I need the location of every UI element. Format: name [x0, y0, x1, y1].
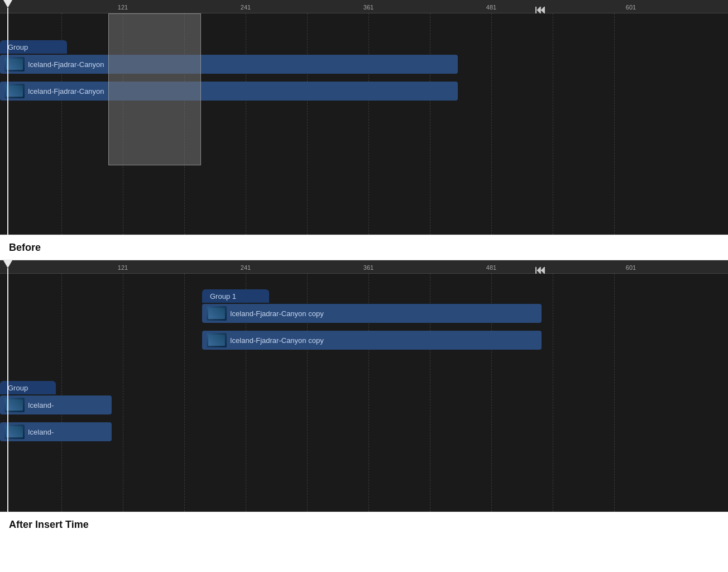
- group2-after-label: Group: [4, 383, 31, 393]
- before-label: Before: [0, 235, 728, 260]
- ruler2-label-241: 241: [241, 264, 251, 271]
- clip3-label-2: Iceland-: [28, 428, 54, 436]
- group1-after: Group 1 Iceland-Fjadrar-Canyon copy Icel…: [202, 289, 544, 350]
- group-label-1: Group: [4, 42, 31, 53]
- clip-after-1[interactable]: Iceland-Fjadrar-Canyon copy: [202, 304, 542, 323]
- dashed2-s5: [553, 274, 553, 512]
- clip3-label-1: Iceland-: [28, 401, 54, 409]
- dashed2-s2: [184, 274, 185, 512]
- clip-after-4[interactable]: Iceland-: [0, 422, 112, 441]
- group-before: Group Iceland-Fjadrar-Canyon Iceland-Fja…: [0, 40, 458, 101]
- ruler2-label-601: 601: [626, 264, 636, 271]
- dashed-line-5: [614, 13, 615, 235]
- clip2-thumb-2: [207, 333, 227, 347]
- clip-before-2[interactable]: Iceland-Fjadrar-Canyon: [0, 82, 458, 101]
- clip2-label-1: Iceland-Fjadrar-Canyon copy: [230, 309, 324, 318]
- ruler2-label-121: 121: [118, 264, 128, 271]
- dashed2-5: [614, 274, 615, 512]
- playhead2-line: [7, 268, 8, 512]
- dashed-line-4: [491, 13, 492, 235]
- dashed2-1: [123, 274, 123, 512]
- ruler-after: 121 241 361 481 601: [0, 260, 728, 274]
- dashed-line-s5: [553, 13, 553, 235]
- clip-after-3[interactable]: Iceland-: [0, 395, 112, 414]
- playhead-head: [3, 0, 12, 8]
- end-marker-before[interactable]: ⏮: [535, 3, 546, 16]
- end-marker-after[interactable]: ⏮: [535, 264, 546, 277]
- selection-box: [108, 13, 201, 165]
- timeline-after: 121 241 361 481 601 ⏮ Group 1 Iceland-Fj…: [0, 260, 728, 512]
- clip-after-2[interactable]: Iceland-Fjadrar-Canyon copy: [202, 331, 542, 350]
- clip2-label-2: Iceland-Fjadrar-Canyon copy: [230, 336, 324, 345]
- playhead-line: [7, 8, 8, 235]
- playhead2-head: [3, 260, 12, 268]
- ruler-label-241: 241: [241, 4, 251, 11]
- ruler2-label-481: 481: [486, 264, 496, 271]
- clip-label-2: Iceland-Fjadrar-Canyon: [28, 87, 104, 96]
- ruler2-label-361: 361: [363, 264, 373, 271]
- clip-before-1[interactable]: Iceland-Fjadrar-Canyon: [0, 55, 458, 74]
- ruler-label-361: 361: [363, 4, 373, 11]
- clip2-thumb-1: [207, 306, 227, 321]
- ruler-label-121: 121: [118, 4, 128, 11]
- timeline-before: 121 241 361 481 601 ⏮ Group Iceland-Fjad…: [0, 0, 728, 235]
- group1-after-label: Group 1: [207, 291, 240, 302]
- ruler-label-481: 481: [486, 4, 496, 11]
- after-label: After Insert Time: [0, 512, 728, 537]
- ruler-label-601: 601: [626, 4, 636, 11]
- clip-label-1: Iceland-Fjadrar-Canyon: [28, 60, 104, 69]
- group2-after: Group Iceland- Iceland-: [0, 381, 112, 441]
- ruler-before: 121 241 361 481 601: [0, 0, 728, 13]
